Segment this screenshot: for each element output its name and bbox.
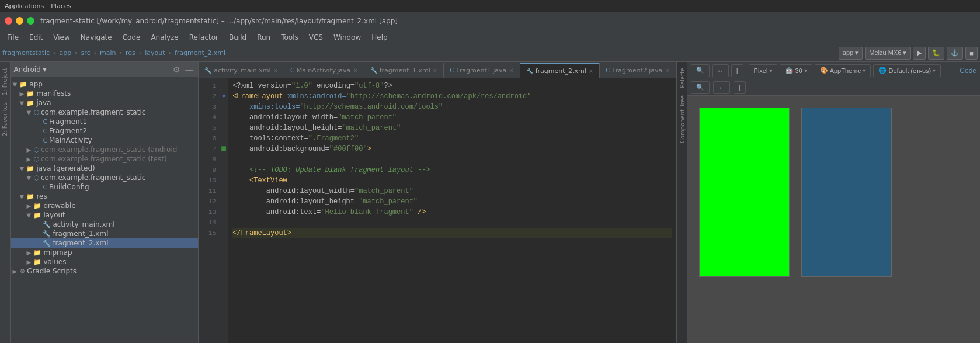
theme-select-button[interactable]: 🎨 AppTheme ▾ xyxy=(815,64,871,77)
code-line-12: android:layout_height="match_parent" xyxy=(232,196,672,207)
device-dropdown[interactable]: Meizu MX6 ▾ xyxy=(865,47,911,60)
menu-build[interactable]: Build xyxy=(224,32,251,43)
tree-item-manifests[interactable]: ▶ 📁 manifests xyxy=(10,89,198,98)
select-btn[interactable]: | xyxy=(734,81,746,94)
breadcrumb-res[interactable]: res xyxy=(126,49,135,57)
component-tree-tab[interactable]: Component Tree xyxy=(678,92,687,147)
api-select-button[interactable]: 🤖 30 ▾ xyxy=(780,64,812,77)
palette-tab[interactable]: Palette xyxy=(678,64,687,92)
project-collapse-button[interactable]: — xyxy=(184,65,194,74)
project-settings-button[interactable]: ⚙ xyxy=(172,65,182,74)
system-places-menu[interactable]: Places xyxy=(51,2,71,10)
device-preview-landscape xyxy=(801,108,892,277)
breadcrumb-layout[interactable]: layout xyxy=(145,49,165,57)
tree-item-gradle[interactable]: ▶ ⚙ Gradle Scripts xyxy=(10,266,198,276)
tree-item-package-android[interactable]: ▶ ⬡ com.example.fragment_static (android xyxy=(10,145,198,154)
tree-item-fragment2-xml[interactable]: 🔧 fragment_2.xml xyxy=(10,238,198,248)
menu-code[interactable]: Code xyxy=(118,32,145,43)
tree-item-java[interactable]: ▼ 📁 java xyxy=(10,98,198,108)
tree-item-package-generated[interactable]: ▼ ⬡ com.example.fragment_static xyxy=(10,173,198,182)
favorites-tool-tab[interactable]: 2: Favorites xyxy=(1,99,9,140)
project-tree: ▼ 📁 app ▶ 📁 manifests ▼ 📁 java ▼ xyxy=(10,77,198,343)
marker-6 xyxy=(220,133,228,144)
menu-file[interactable]: File xyxy=(2,32,23,43)
tree-item-mipmap[interactable]: ▶ 📁 mipmap xyxy=(10,248,198,257)
menu-navigate[interactable]: Navigate xyxy=(76,32,117,43)
tab-fragment2-java[interactable]: C Fragment2.java × xyxy=(600,63,676,78)
tab-fragment1-xml[interactable]: 🔧 fragment_1.xml × xyxy=(364,63,444,78)
tree-item-fragment2[interactable]: C Fragment2 xyxy=(10,126,198,136)
marker-15 xyxy=(220,228,228,238)
tree-item-res[interactable]: ▼ 📁 res xyxy=(10,192,198,201)
tree-item-activity-main[interactable]: 🔧 activity_main.xml xyxy=(10,220,198,229)
menu-analyze[interactable]: Analyze xyxy=(146,32,183,43)
debug-button[interactable]: 🐛 xyxy=(928,47,944,60)
tab-close-button[interactable]: × xyxy=(353,67,357,74)
menu-help[interactable]: Help xyxy=(367,32,392,43)
tab-close-button[interactable]: × xyxy=(273,67,277,74)
device-select-button[interactable]: Pixel ▾ xyxy=(749,64,778,77)
project-panel-header: Android ▾ ⚙ — xyxy=(10,62,198,77)
cursor-button[interactable]: | xyxy=(731,64,743,77)
menu-refactor[interactable]: Refactor xyxy=(185,32,223,43)
locale-select-button[interactable]: 🌐 Default (en-us) ▾ xyxy=(873,64,941,77)
tree-item-fragment1-xml[interactable]: 🔧 fragment_1.xml xyxy=(10,229,198,238)
tree-item-package-test[interactable]: ▶ ⬡ com.example.fragment_static (test) xyxy=(10,154,198,164)
title-bar: fragment-static [/work/my_android/fragme… xyxy=(0,12,980,30)
tree-item-fragment1[interactable]: C Fragment1 xyxy=(10,117,198,126)
tree-item-values[interactable]: ▶ 📁 values xyxy=(10,257,198,266)
tab-close-button[interactable]: × xyxy=(433,67,437,74)
design-panel: Palette Component Tree 🔍 ↔ | Pixel ▾ 🤖 xyxy=(676,62,980,343)
menu-window[interactable]: Window xyxy=(329,32,366,43)
tab-fragment2-xml[interactable]: 🔧 fragment_2.xml × xyxy=(520,63,600,78)
menu-tools[interactable]: Tools xyxy=(276,32,303,43)
menu-vcs[interactable]: VCS xyxy=(304,32,328,43)
tab-mainactivity[interactable]: C MainActivity.java × xyxy=(284,63,364,78)
window-maximize-button[interactable] xyxy=(27,17,34,25)
window-minimize-button[interactable] xyxy=(16,17,23,25)
zoom-in-button[interactable]: 🔍 xyxy=(691,64,710,77)
xml-file-icon: 🔧 xyxy=(370,67,377,74)
tab-fragment1-java[interactable]: C Fragment1.java × xyxy=(444,63,520,78)
breadcrumb-app[interactable]: app xyxy=(60,49,72,57)
zoom-icon-btn[interactable]: 🔍 xyxy=(691,81,710,94)
code-line-5: android:layout_height="match_parent" xyxy=(232,123,672,133)
tab-close-button[interactable]: × xyxy=(589,68,593,74)
breadcrumb-fragmentstatic[interactable]: fragmentstatic xyxy=(2,49,50,57)
menu-edit[interactable]: Edit xyxy=(25,32,47,43)
menu-bar: File Edit View Navigate Code Analyze Ref… xyxy=(0,30,980,44)
go-back-btn[interactable]: ← xyxy=(713,81,730,94)
tree-item-app[interactable]: ▼ 📁 app xyxy=(10,79,198,89)
breadcrumb-main[interactable]: main xyxy=(100,49,116,57)
code-line-7: android:background="#00ff00"> xyxy=(232,144,672,154)
tree-item-drawable[interactable]: ▶ 📁 drawable xyxy=(10,201,198,210)
window-close-button[interactable] xyxy=(5,17,12,25)
code-line-2: <FrameLayout xmlns:android="http://schem… xyxy=(232,91,672,102)
code-content[interactable]: <?xml version="1.0" encoding="utf-8"?> <… xyxy=(228,78,676,343)
tab-label: fragment_2.xml xyxy=(536,67,586,75)
breadcrumb-src[interactable]: src xyxy=(81,49,91,57)
menu-view[interactable]: View xyxy=(48,32,74,43)
tree-item-java-generated[interactable]: ▼ 📁 java (generated) xyxy=(10,164,198,173)
system-app-menu[interactable]: Applications xyxy=(5,2,44,10)
attach-debugger-button[interactable]: ⚓ xyxy=(947,47,963,60)
tree-item-package-main[interactable]: ▼ ⬡ com.example.fragment_static xyxy=(10,108,198,117)
run-button[interactable]: ▶ xyxy=(913,47,926,60)
run-config-dropdown[interactable]: app ▾ xyxy=(839,47,863,60)
tab-close-button[interactable]: × xyxy=(665,67,669,74)
stop-button[interactable]: ■ xyxy=(965,47,978,60)
tree-item-layout[interactable]: ▼ 📁 layout xyxy=(10,210,198,220)
design-canvas[interactable] xyxy=(687,96,980,343)
code-line-3: xmlns:tools="http://schemas.android.com/… xyxy=(232,102,672,112)
tab-activity-main[interactable]: 🔧 activity_main.xml × xyxy=(199,63,284,78)
menu-run[interactable]: Run xyxy=(252,32,275,43)
code-editor: 12345 678910 1112131415 ● ■ xyxy=(199,78,676,343)
project-tool-tab[interactable]: 1: Project xyxy=(1,64,9,99)
tab-close-button[interactable]: × xyxy=(509,67,513,74)
tree-item-buildconfig[interactable]: C BuildConfig xyxy=(10,182,198,192)
breadcrumb-file[interactable]: fragment_2.xml xyxy=(175,49,225,57)
pan-button[interactable]: ↔ xyxy=(712,64,729,77)
code-view-button[interactable]: Code xyxy=(960,67,976,75)
tree-item-mainactivity[interactable]: C MainActivity xyxy=(10,136,198,145)
marker-11 xyxy=(220,186,228,196)
